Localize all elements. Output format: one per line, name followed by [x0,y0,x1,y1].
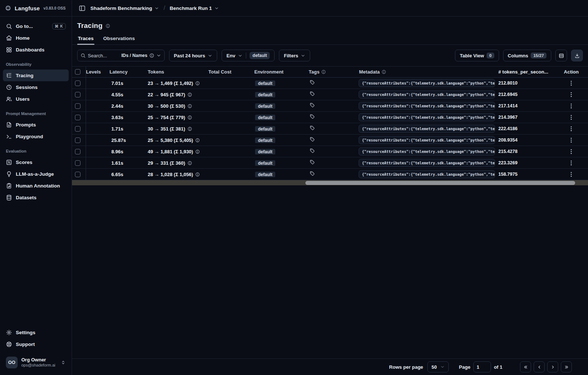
search-box[interactable]: IDs / Names [77,50,165,61]
row-actions-menu-icon[interactable]: ⋮ [569,92,574,97]
info-icon[interactable] [187,104,192,108]
table-view-button[interactable]: Table View 0 [455,50,499,61]
horizontal-scrollbar[interactable] [72,180,588,185]
metadata-cell[interactable]: {"resourceAttributes":{"telemetry.sdk.la… [358,102,496,110]
sidebar-item-users[interactable]: Users [3,93,69,105]
sidebar-item-playground[interactable]: Playground [3,131,69,142]
row-height-button[interactable] [555,50,567,61]
sidebar-item-prompts[interactable]: Prompts [3,119,69,131]
select-all-checkbox[interactable] [75,69,80,75]
sidebar-item-scores[interactable]: Scores [3,156,69,168]
row-checkbox[interactable] [75,126,80,132]
search-mode-dropdown[interactable]: IDs / Names [121,53,161,58]
info-icon[interactable] [195,149,200,154]
header-cell-metadata[interactable]: Metadata [358,69,496,75]
sidebar-item-datasets[interactable]: Datasets [3,192,69,203]
tags-cell[interactable] [308,160,358,166]
table-row[interactable]: 7.01s 23 → 1,469 (Σ 1,492) default {"res… [72,78,588,89]
sidebar-item-home[interactable]: Home [3,32,69,44]
table-row[interactable]: 8.96s 49 → 1,881 (Σ 1,930) default {"res… [72,146,588,157]
breadcrumb-org[interactable]: Shadeform Benchmarking [90,6,159,11]
row-checkbox[interactable] [75,115,80,120]
info-icon[interactable] [195,172,200,177]
previous-page-button[interactable] [534,361,545,372]
next-page-button[interactable] [547,361,558,372]
first-page-button[interactable] [520,361,531,372]
sidebar-item-support[interactable]: Support [3,338,69,350]
table-row[interactable]: 2.44s 30 → 500 (Σ 530) default {"resourc… [72,100,588,112]
info-icon[interactable] [187,115,192,120]
header-cell-latency[interactable]: Latency [109,69,147,75]
row-actions-menu-icon[interactable]: ⋮ [569,103,574,109]
metadata-pill[interactable]: {"resourceAttributes":{"telemetry.sdk.la… [359,136,495,144]
metadata-cell[interactable]: {"resourceAttributes":{"telemetry.sdk.la… [358,90,496,99]
info-icon[interactable] [187,126,192,131]
tags-cell[interactable] [308,137,358,143]
sidebar-item-tracing[interactable]: Tracing [3,69,69,81]
tab-traces[interactable]: Traces [77,33,94,44]
tags-cell[interactable] [308,125,358,132]
scrollbar-thumb[interactable] [305,181,575,185]
metadata-cell[interactable]: {"resourceAttributes":{"telemetry.sdk.la… [358,79,496,87]
metadata-cell[interactable]: {"resourceAttributes":{"telemetry.sdk.la… [358,170,496,178]
columns-button[interactable]: Columns 15/27 [503,50,551,61]
row-checkbox[interactable] [75,103,80,109]
metadata-cell[interactable]: {"resourceAttributes":{"telemetry.sdk.la… [358,125,496,133]
table-row[interactable]: 4.55s 22 → 945 (Σ 967) default {"resourc… [72,89,588,100]
time-range-button[interactable]: Past 24 hours [169,50,217,61]
metadata-pill[interactable]: {"resourceAttributes":{"telemetry.sdk.la… [359,125,495,133]
search-input[interactable] [88,53,115,58]
breadcrumb-project[interactable]: Benchmark Run 1 [170,6,219,11]
metadata-cell[interactable]: {"resourceAttributes":{"telemetry.sdk.la… [358,113,496,121]
table-row[interactable]: 6.65s 28 → 1,028 (Σ 1,056) default {"res… [72,169,588,180]
info-icon[interactable] [187,92,192,97]
sidebar-item-dashboards[interactable]: Dashboards [3,44,69,56]
sidebar-item-llm-judge[interactable]: LLM-as-a-Judge [3,168,69,180]
metadata-pill[interactable]: {"resourceAttributes":{"telemetry.sdk.la… [359,90,495,99]
header-cell-tokens[interactable]: Tokens [147,69,208,75]
metadata-pill[interactable]: {"resourceAttributes":{"telemetry.sdk.la… [359,170,495,178]
row-checkbox[interactable] [75,160,80,166]
header-cell-levels[interactable]: Levels [86,69,109,75]
row-actions-menu-icon[interactable]: ⋮ [569,126,574,132]
row-actions-menu-icon[interactable]: ⋮ [569,80,574,86]
sidebar-item-settings[interactable]: Settings [3,326,69,338]
metadata-pill[interactable]: {"resourceAttributes":{"telemetry.sdk.la… [359,159,495,167]
sidebar-item-human-annotation[interactable]: Human Annotation [3,180,69,192]
table-row[interactable]: 1.71s 30 → 351 (Σ 381) default {"resourc… [72,123,588,135]
page-number-input[interactable] [473,361,491,372]
row-checkbox[interactable] [75,138,80,143]
sidebar-item-sessions[interactable]: Sessions [3,81,69,93]
tags-cell[interactable] [308,103,358,109]
last-page-button[interactable] [561,361,572,372]
row-actions-menu-icon[interactable]: ⋮ [569,149,574,154]
header-cell-tags[interactable]: Tags [308,69,358,75]
row-actions-menu-icon[interactable]: ⋮ [569,171,574,177]
row-actions-menu-icon[interactable]: ⋮ [569,160,574,166]
row-checkbox[interactable] [75,149,80,154]
metadata-pill[interactable]: {"resourceAttributes":{"telemetry.sdk.la… [359,147,495,156]
row-actions-menu-icon[interactable]: ⋮ [569,114,574,120]
metadata-cell[interactable]: {"resourceAttributes":{"telemetry.sdk.la… [358,147,496,156]
filters-button[interactable]: Filters [279,50,310,61]
sidebar-toggle-button[interactable] [77,3,87,13]
table-row[interactable]: 1.61s 29 → 331 (Σ 360) default {"resourc… [72,157,588,169]
header-cell-total-cost[interactable]: Total Cost [208,69,254,75]
tags-cell[interactable] [308,114,358,121]
row-checkbox[interactable] [75,92,80,97]
rows-per-page-select[interactable]: 50 [427,361,448,372]
export-button[interactable] [571,50,583,61]
user-menu[interactable]: OO Org Owner ops@shadeform.ai [3,354,69,371]
row-actions-menu-icon[interactable]: ⋮ [569,137,574,143]
header-cell-tokens-per-second[interactable]: # tokens_per_secon... [496,69,560,75]
tags-cell[interactable] [308,148,358,155]
env-filter-button[interactable]: Env default [222,50,275,61]
tab-observations[interactable]: Observations [103,33,136,44]
info-icon[interactable] [195,81,200,86]
row-checkbox[interactable] [75,81,80,86]
tags-cell[interactable] [308,91,358,98]
row-checkbox[interactable] [75,172,80,177]
header-cell-environment[interactable]: Environment [254,69,308,75]
metadata-pill[interactable]: {"resourceAttributes":{"telemetry.sdk.la… [359,79,495,87]
table-row[interactable]: 25.87s 25 → 5,380 (Σ 5,405) default {"re… [72,135,588,146]
